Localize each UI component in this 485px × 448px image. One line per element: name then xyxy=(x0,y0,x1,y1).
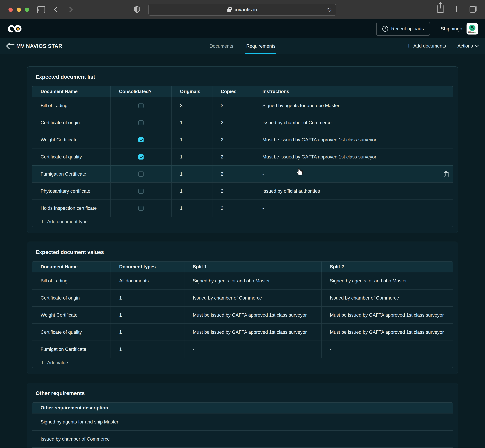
instructions-cell: - xyxy=(254,200,453,216)
delete-row-icon[interactable] xyxy=(444,171,449,177)
zoom-window-button[interactable] xyxy=(25,8,29,12)
consolidated-checkbox[interactable] xyxy=(138,154,144,160)
split1-cell: Must be issued by GAFTA approved 1st cla… xyxy=(185,324,322,341)
table-row: Bill of Lading All documents Signed by a… xyxy=(32,272,453,289)
table-row: Must be issued by GAFTA approved 1st cla… xyxy=(32,448,453,448)
recent-uploads-button[interactable]: Recent uploads xyxy=(376,22,430,36)
chevron-down-icon xyxy=(475,44,479,47)
new-tab-icon[interactable] xyxy=(453,6,460,12)
tab-requirements[interactable]: Requirements xyxy=(245,38,276,54)
add-value-button[interactable]: + Add value xyxy=(32,358,453,368)
table-row-hovered[interactable]: Fumigation Certificate 1 2 - xyxy=(32,165,453,182)
column-header: Split 2 xyxy=(322,262,453,272)
table-row: Phytosanitary certificate 1 2 Issued by … xyxy=(32,182,453,200)
reload-icon[interactable]: ↻ xyxy=(327,6,332,13)
section-title: Expected document list xyxy=(32,67,453,86)
consolidated-checkbox[interactable] xyxy=(138,171,144,177)
originals-cell: 1 xyxy=(172,114,212,131)
document-name-cell: Certificate of quality xyxy=(32,148,111,165)
covantis-logo xyxy=(7,24,23,33)
table-row: Issued by chamber of Commerce xyxy=(32,430,453,448)
copies-cell: 2 xyxy=(212,131,254,148)
document-types-cell: 1 xyxy=(111,289,185,306)
originals-cell: 1 xyxy=(172,183,212,200)
consolidated-checkbox[interactable] xyxy=(138,120,144,125)
recent-uploads-label: Recent uploads xyxy=(391,26,424,32)
originals-cell: 1 xyxy=(172,166,212,182)
column-header: Other requirement description xyxy=(32,403,453,413)
document-name-cell: Certificate of quality xyxy=(32,324,111,341)
copies-cell: 2 xyxy=(212,183,254,200)
app-header: Recent uploads Shippingo Shippingo xyxy=(0,19,485,38)
window-controls xyxy=(8,8,29,12)
avatar[interactable]: Shippingo xyxy=(467,23,478,34)
column-header: Instructions xyxy=(254,86,453,97)
split1-cell: Issued by chamber of Commerce xyxy=(185,289,322,306)
consolidated-checkbox[interactable] xyxy=(138,103,144,108)
user-name: Shippingo xyxy=(441,26,462,32)
consolidated-checkbox[interactable] xyxy=(138,137,144,142)
add-document-type-button[interactable]: + Add document type xyxy=(32,216,453,227)
document-types-cell: 1 xyxy=(111,341,185,358)
originals-cell: 1 xyxy=(172,148,212,165)
other-requirements-card: Other requirements Other requirement des… xyxy=(27,383,458,448)
split1-cell: - xyxy=(185,341,322,358)
copies-cell: 2 xyxy=(212,166,254,182)
instructions-cell: Issued by chamber of Commerce xyxy=(254,114,453,131)
sidebar-toggle-icon[interactable] xyxy=(37,6,45,13)
column-header: Document Name xyxy=(32,262,111,272)
vessel-name: MV NAVIOS STAR xyxy=(16,43,62,49)
requirement-description-cell: Issued by chamber of Commerce xyxy=(32,431,453,448)
avatar-text: Shippin xyxy=(468,31,474,33)
document-name-cell: Fumigation Certificate xyxy=(32,341,111,358)
plus-icon: + xyxy=(40,219,44,224)
instructions-cell: Signed by agents for and obo Master xyxy=(254,97,453,114)
browser-back-button[interactable] xyxy=(54,7,60,12)
table-row: Certificate of quality 1 Must be issued … xyxy=(32,323,453,341)
share-icon[interactable] xyxy=(437,5,444,13)
table-row: Bill of Lading 3 3 Signed by agents for … xyxy=(32,97,453,114)
ship-icon xyxy=(469,25,476,31)
document-name-cell: Bill of Lading xyxy=(32,272,111,289)
minimize-window-button[interactable] xyxy=(17,8,21,12)
originals-cell: 1 xyxy=(172,131,212,148)
table-header-row: Document Name Document types Split 1 Spl… xyxy=(32,262,453,272)
url-text: covantis.io xyxy=(234,7,257,13)
table-row: Holds Inspection certificate 1 2 - xyxy=(32,200,453,216)
document-name-cell: Phytosanitary certificate xyxy=(32,183,111,200)
split2-cell: Must be issued by GAFTA approved 1st cla… xyxy=(322,324,453,341)
document-name-cell: Weight Certificate xyxy=(32,131,111,148)
document-name-cell: Holds Inspection certificate xyxy=(32,200,111,216)
column-header: Split 1 xyxy=(185,262,322,272)
document-name-cell: Fumigation Certificate xyxy=(32,166,111,182)
browser-forward-button[interactable] xyxy=(67,7,73,12)
tab-overview-icon[interactable] xyxy=(469,6,477,13)
clock-icon xyxy=(382,26,388,32)
close-window-button[interactable] xyxy=(8,8,13,12)
privacy-shield-icon[interactable] xyxy=(134,6,140,14)
section-title: Expected document values xyxy=(32,242,453,261)
tab-documents[interactable]: Documents xyxy=(209,38,234,54)
column-header: Document Name xyxy=(32,86,111,97)
document-name-cell: Bill of Lading xyxy=(32,97,111,114)
tab-bar: Documents Requirements xyxy=(209,38,276,54)
consolidated-checkbox[interactable] xyxy=(138,189,144,194)
address-bar[interactable]: covantis.io ↻ xyxy=(148,4,336,16)
copies-cell: 2 xyxy=(212,200,254,216)
originals-cell: 1 xyxy=(172,200,212,216)
consolidated-checkbox[interactable] xyxy=(138,206,144,211)
expected-document-values-card: Expected document values Document Name D… xyxy=(27,241,458,374)
add-documents-button[interactable]: + Add documents xyxy=(407,43,446,49)
table-row: Fumigation Certificate 1 - - xyxy=(32,341,453,358)
back-arrow-icon[interactable] xyxy=(6,43,12,49)
document-types-cell: All documents xyxy=(111,272,185,289)
vessel-nav-bar: MV NAVIOS STAR Documents Requirements + … xyxy=(0,38,485,54)
column-header: Copies xyxy=(212,86,254,97)
table-row: Signed by agents for and ship Master xyxy=(32,413,453,430)
split2-cell: - xyxy=(322,341,453,358)
document-name-cell: Certificate of origin xyxy=(32,114,111,131)
page-content: Expected document list Document Name Con… xyxy=(0,54,485,448)
actions-menu-button[interactable]: Actions xyxy=(457,43,478,49)
split2-cell: Signed by agents for and obo Master xyxy=(322,272,453,289)
instructions-cell: Must be issued by GAFTA approved 1st cla… xyxy=(254,148,453,165)
